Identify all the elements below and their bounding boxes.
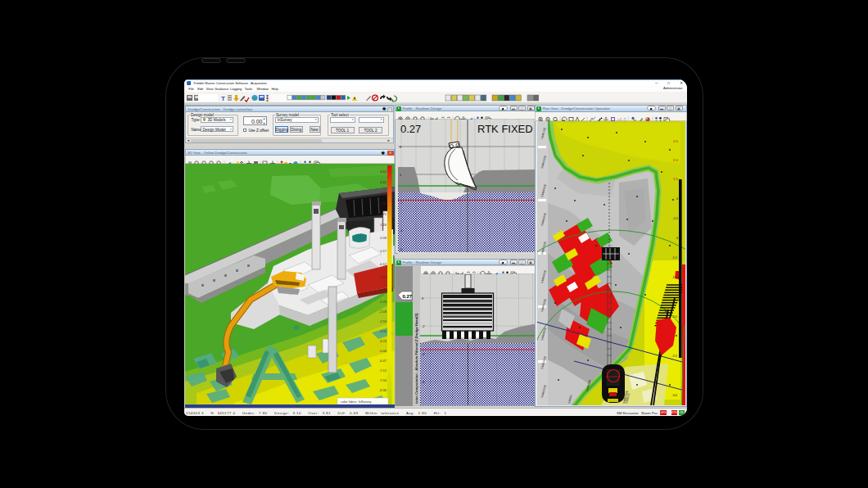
svg-text:2.0: 2.0 [673, 158, 679, 162]
svg-text:-3.00: -3.00 [378, 329, 387, 333]
svg-text:-0.12: -0.12 [378, 262, 387, 266]
svg-text:-2.59: -2.59 [378, 319, 387, 323]
svg-text:0.27: 0.27 [400, 123, 421, 135]
svg-text:-5.06: -5.06 [378, 349, 387, 353]
svg-text:4.62: 4.62 [380, 169, 387, 174]
svg-text:color fabric: InSurvey: color fabric: InSurvey [341, 400, 372, 404]
svg-text:-2.18: -2.18 [378, 310, 387, 314]
svg-text:-8.36: -8.36 [378, 388, 387, 392]
svg-text:1.5: 1.5 [673, 177, 679, 181]
svg-text:-1.76: -1.76 [378, 300, 387, 304]
svg-text:RTK FIXED: RTK FIXED [477, 123, 533, 135]
svg-text:4.00: 4.00 [380, 191, 387, 195]
svg-text:0.27: 0.27 [402, 294, 412, 299]
svg-text:-4.5: -4.5 [672, 216, 679, 220]
svg-text:-4.24: -4.24 [378, 339, 387, 343]
svg-text:ision Computation - Absolute F: ision Computation - Absolute Filtered Z … [414, 313, 418, 404]
svg-text:1.18: 1.18 [380, 223, 387, 227]
svg-text:-1.5: -1.5 [671, 255, 678, 260]
svg-text:2.5: 2.5 [673, 139, 679, 143]
svg-text:-0.53: -0.53 [378, 275, 387, 279]
svg-text:T: T [221, 94, 225, 102]
svg-text:1.94: 1.94 [380, 201, 387, 206]
svg-text:-7.12: -7.12 [378, 368, 387, 373]
svg-text:-6.47: -6.47 [378, 359, 387, 363]
svg-text:0.17: 0.17 [380, 249, 387, 253]
svg-text:4.41: 4.41 [380, 180, 387, 184]
svg-text:1.75: 1.75 [380, 212, 387, 216]
svg-text:0.58: 0.58 [380, 236, 387, 240]
svg-text:-3.0: -3.0 [671, 393, 678, 397]
svg-text:-0.95: -0.95 [378, 288, 387, 292]
svg-text:-2.0: -2.0 [671, 314, 678, 319]
svg-text:-1.5: -1.5 [671, 275, 678, 279]
svg-text:-7.94: -7.94 [378, 378, 387, 382]
svg-text:-2.5: -2.5 [671, 354, 678, 358]
